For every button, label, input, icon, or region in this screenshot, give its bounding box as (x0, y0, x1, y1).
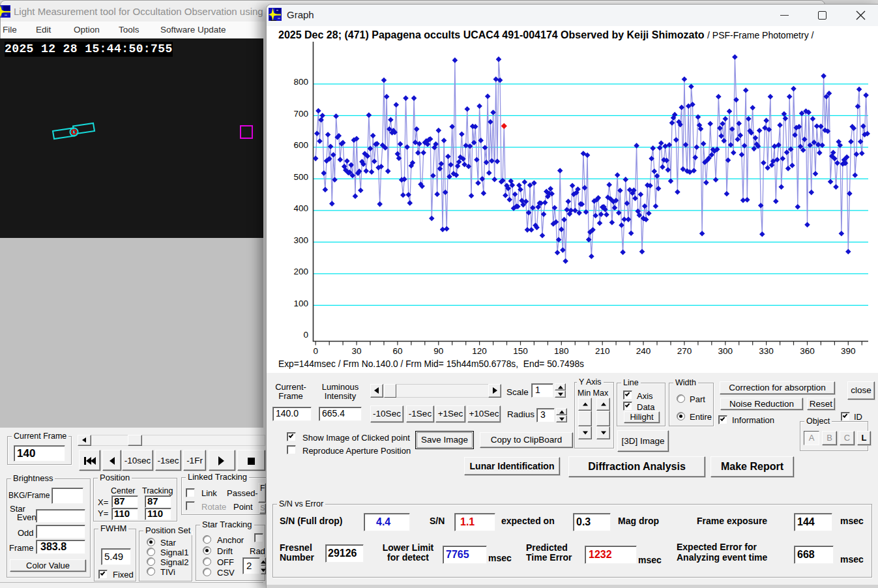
svg-text:210: 210 (595, 346, 610, 356)
svg-text:200: 200 (293, 267, 308, 276)
svg-text:360: 360 (800, 346, 815, 356)
svg-text:90: 90 (433, 346, 443, 356)
svg-text:270: 270 (677, 346, 692, 356)
svg-text:30: 30 (352, 346, 362, 356)
svg-text:800: 800 (293, 77, 308, 87)
svg-text:180: 180 (554, 346, 569, 356)
svg-text:500: 500 (293, 172, 308, 182)
svg-text:120: 120 (472, 346, 487, 356)
svg-text:700: 700 (293, 109, 308, 119)
svg-text:0: 0 (313, 346, 318, 356)
svg-text:300: 300 (718, 346, 733, 356)
svg-text:600: 600 (293, 140, 308, 150)
svg-text:240: 240 (636, 346, 651, 356)
svg-text:100: 100 (293, 299, 308, 308)
svg-text:150: 150 (513, 346, 528, 356)
svg-text:60: 60 (392, 346, 402, 356)
svg-text:330: 330 (759, 346, 774, 356)
svg-text:400: 400 (293, 203, 308, 213)
svg-text:390: 390 (841, 346, 856, 356)
svg-text:300: 300 (293, 235, 308, 245)
svg-text:0: 0 (303, 330, 308, 340)
